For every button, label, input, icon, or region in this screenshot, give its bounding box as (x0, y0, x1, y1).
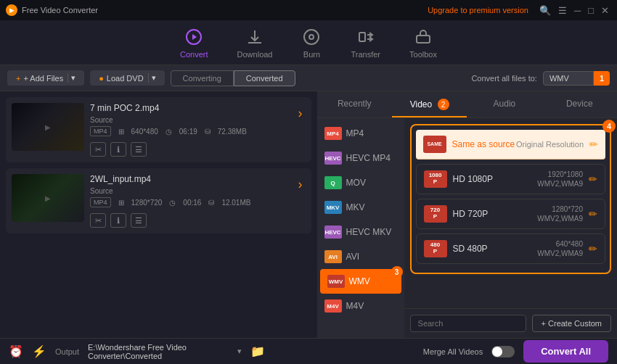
tab-recently[interactable]: Recently (317, 91, 392, 117)
resolution-hd720[interactable]: 720P HD 720P 1280*720 WMV2,WMA9 ✏ (416, 199, 605, 229)
format-select-wrapper: WMV 1 (543, 71, 610, 86)
edit-hd720-icon[interactable]: ✏ (589, 208, 597, 220)
resolution-orange-box: 4 SAME Same as source Original Resolutio… (410, 124, 611, 274)
settings-button-1[interactable]: ☰ (131, 142, 147, 157)
resolution-badge: 4 (602, 120, 616, 133)
hevc-mkv-icon: HEVC (324, 226, 342, 239)
search-icon[interactable]: 🔍 (537, 5, 553, 16)
sd480-right: 640*480 WMV2,WMA9 ✏ (537, 240, 597, 257)
file-list: ▶ 7 min POC 2.mp4 Source MP4 ⊞ 640*480 ◷… (0, 91, 317, 338)
load-dvd-button[interactable]: ● Load DVD ▾ (90, 70, 164, 86)
edit-hd1080-icon[interactable]: ✏ (589, 173, 597, 185)
file-item-1: ▶ 7 min POC 2.mp4 Source MP4 ⊞ 640*480 ◷… (6, 97, 311, 162)
wmv-badge: 3 (391, 266, 403, 278)
hd720-left: 720P HD 720P (424, 205, 489, 223)
toolbox-icon (413, 27, 433, 47)
same-as-source-item[interactable]: SAME Same as source Original Resolution … (416, 130, 605, 160)
create-custom-button[interactable]: + Create Custom (532, 315, 611, 332)
resolution-icon-1: ⊞ (118, 128, 124, 136)
avi-icon: AVI (324, 250, 342, 263)
tab-device[interactable]: Device (542, 91, 617, 117)
source-label-1: Source (90, 116, 290, 124)
tab-device-label: Device (566, 99, 593, 109)
minimize-button[interactable]: ─ (572, 5, 583, 16)
format-mp4[interactable]: MP4 MP4 (317, 121, 404, 146)
bottombar: ⏰ ⚡ Output E:\Wondershare Free Video Con… (0, 338, 617, 364)
info-button-2[interactable]: ℹ (110, 213, 126, 228)
svg-point-2 (304, 30, 319, 44)
format-search-input[interactable] (410, 315, 526, 332)
arrow-right-2: › (295, 174, 306, 195)
output-dropdown-icon[interactable]: ▾ (237, 347, 242, 356)
file-name-2: 2WL_input.mp4 (90, 174, 290, 184)
tab-recently-label: Recently (338, 99, 372, 109)
clock-icon[interactable]: ⏰ (9, 344, 23, 358)
format-hevc-mp4[interactable]: HEVC HEVC MP4 (317, 146, 404, 170)
sd480-left: 480P SD 480P (424, 240, 488, 257)
format-wmv[interactable]: WMV WMV 3 (320, 269, 401, 294)
nav-convert[interactable]: Convert (180, 27, 208, 59)
format-list: MP4 MP4 HEVC HEVC MP4 Q MOV MKV MKV HEVC (317, 118, 404, 338)
file-resolution-2: 1280*720 (131, 199, 163, 207)
output-path: E:\Wondershare Free Video Converter\Conv… (88, 343, 229, 360)
duration-icon-2: ◷ (169, 199, 176, 207)
svg-marker-1 (192, 34, 197, 40)
titlebar-right: Upgrade to premium version 🔍 ☰ ─ □ ✕ (428, 5, 611, 16)
cut-button-2[interactable]: ✂ (90, 213, 106, 228)
tab-video-label: Video (410, 99, 432, 109)
duration-icon-1: ◷ (166, 128, 172, 136)
cut-button-1[interactable]: ✂ (90, 142, 106, 157)
bolt-icon[interactable]: ⚡ (32, 344, 46, 358)
format-select[interactable]: WMV (543, 71, 594, 86)
format-avi[interactable]: AVI AVI (317, 244, 404, 269)
hd1080-res: 1920*1080 (548, 170, 583, 178)
add-files-button[interactable]: + + Add Files ▾ (7, 70, 84, 86)
close-button[interactable]: ✕ (599, 5, 611, 16)
add-files-dropdown-icon[interactable]: ▾ (68, 73, 75, 83)
mkv-icon: MKV (324, 201, 342, 214)
resolution-sd480[interactable]: 480P SD 480P 640*480 WMV2,WMA9 ✏ (416, 233, 605, 264)
sd480-name: SD 480P (453, 244, 488, 254)
nav-download[interactable]: Download (237, 27, 273, 59)
same-source-right: Original Resolution ✏ (516, 138, 598, 150)
file-thumbnail-2: ▶ (12, 174, 84, 222)
folder-icon[interactable]: 📁 (250, 344, 265, 358)
merge-toggle[interactable] (491, 346, 515, 357)
hd720-icon: 720P (424, 205, 447, 223)
maximize-button[interactable]: □ (586, 5, 596, 16)
resolution-hd1080[interactable]: 1080P HD 1080P 1920*1080 WMV2,WMA9 ✏ (416, 164, 605, 194)
format-mov[interactable]: Q MOV (317, 170, 404, 195)
hd1080-codec: WMV2,WMA9 (537, 180, 583, 188)
dvd-icon: ● (99, 74, 104, 83)
file-size-1: 72.38MB (218, 128, 247, 136)
upgrade-link[interactable]: Upgrade to premium version (428, 6, 528, 15)
original-res-label: Original Resolution (516, 140, 584, 149)
wmv-icon: WMV (327, 275, 345, 288)
tab-converting[interactable]: Converting (171, 70, 234, 86)
tab-video[interactable]: Video 2 (392, 91, 467, 117)
format-m4v[interactable]: M4V M4V (317, 294, 404, 318)
tab-converted[interactable]: Converted (234, 70, 295, 86)
download-icon (245, 27, 265, 47)
nav-transfer[interactable]: Transfer (351, 27, 380, 59)
nav-burn[interactable]: Burn (301, 27, 322, 59)
menu-icon[interactable]: ☰ (556, 5, 569, 16)
tab-audio[interactable]: Audio (467, 91, 542, 117)
hd1080-right: 1920*1080 WMV2,WMA9 ✏ (537, 170, 597, 188)
file-thumbnail-1: ▶ (12, 103, 84, 151)
convert-all-button[interactable]: Convert All (523, 340, 608, 363)
format-dropdown-button[interactable]: 1 (594, 71, 610, 86)
mov-label: MOV (346, 178, 366, 188)
edit-sd480-icon[interactable]: ✏ (589, 243, 597, 255)
info-button-1[interactable]: ℹ (110, 142, 126, 157)
format-mkv[interactable]: MKV MKV (317, 195, 404, 220)
settings-button-2[interactable]: ☰ (131, 213, 147, 228)
format-hevc-mkv[interactable]: HEVC HEVC MKV (317, 220, 404, 244)
avi-label: AVI (346, 252, 359, 262)
nav-toolbox[interactable]: Toolbox (409, 27, 437, 59)
edit-same-source-icon[interactable]: ✏ (589, 138, 598, 150)
file-actions-2: ✂ ℹ ☰ (90, 213, 290, 228)
hd720-name: HD 720P (453, 209, 489, 219)
file-meta-1: MP4 ⊞ 640*480 ◷ 06:19 ⛁ 72.38MB (90, 126, 290, 136)
dvd-dropdown-icon[interactable]: ▾ (148, 73, 156, 83)
